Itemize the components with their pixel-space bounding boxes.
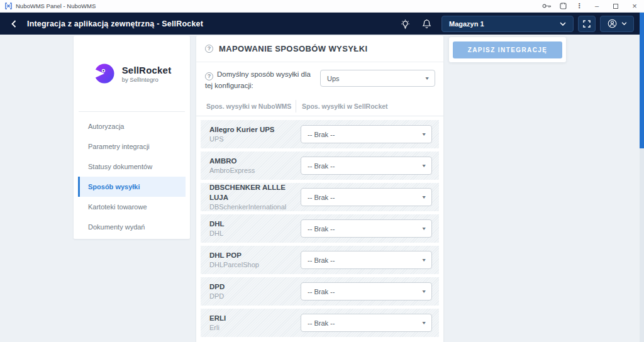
logo-text: SellRocket by SellIntegro — [122, 65, 172, 83]
caret-down-icon: ▾ — [422, 320, 425, 326]
fullscreen-button[interactable] — [578, 16, 596, 32]
account-menu-button[interactable] — [600, 16, 634, 32]
window-title: NuboWMS Panel - NuboWMS — [16, 3, 96, 9]
caret-down-icon: ▾ — [422, 194, 425, 200]
chevron-down-icon — [560, 22, 566, 26]
shipping-row: Allegro Kurier UPS UPS -- Brak -- ▾ — [201, 120, 439, 148]
select-value: -- Brak -- — [308, 319, 335, 327]
app-header: Integracja z aplikacją zewnętrzną - Sell… — [0, 13, 644, 35]
sidebar-item-autoryzacja[interactable]: Autoryzacja — [78, 116, 186, 136]
row-name: ERLI — [209, 313, 226, 323]
row-code: UPS — [209, 135, 275, 144]
scrollbar-thumb[interactable] — [640, 13, 644, 148]
sidebar-menu: Autoryzacja Parametry integracji Statusy… — [74, 112, 190, 237]
select-value: -- Brak -- — [308, 256, 335, 264]
logo-byline: by SellIntegro — [122, 76, 172, 83]
row-name: DBSCHENKER ALLLE LUJA — [209, 182, 301, 202]
caret-down-icon: ▾ — [422, 226, 425, 231]
page-scrollbar[interactable] — [640, 13, 644, 342]
sidebar-item-sposob-wysylki[interactable]: Sposób wysyłki — [78, 177, 186, 197]
rocket-logo-icon — [92, 62, 116, 86]
caret-down-icon: ▾ — [422, 163, 425, 168]
shipping-row: AMBRO AmbroExpress -- Brak -- ▾ — [201, 152, 439, 180]
app-window-icon[interactable] — [555, 0, 571, 12]
notifications-button[interactable] — [420, 18, 433, 30]
maximize-icon — [613, 4, 618, 9]
browser-menu-button[interactable]: ⋮ — [571, 0, 587, 12]
shipping-row: ERLI Erli -- Brak -- ▾ — [201, 309, 439, 337]
warehouse-select[interactable]: Magazyn 1 — [441, 16, 574, 32]
integration-sidebar: SellRocket by SellIntegro Autoryzacja Pa… — [74, 36, 190, 239]
caret-down-icon: ▾ — [422, 131, 425, 137]
lightbulb-icon — [401, 19, 410, 29]
help-icon[interactable]: ? — [205, 45, 213, 53]
sidebar-item-parametry-integracji[interactable]: Parametry integracji — [78, 136, 186, 157]
sellrocket-logo: SellRocket by SellIntegro — [74, 36, 190, 111]
row-mapping-select[interactable]: -- Brak -- ▾ — [301, 314, 432, 332]
row-code: DHL — [209, 229, 225, 238]
section-title: MAPOWANIE SPOSOBÓW WYSYŁKI — [219, 44, 367, 53]
select-value: -- Brak -- — [308, 288, 335, 295]
shipping-row: DPD DPD -- Brak -- ▾ — [201, 277, 439, 306]
page-title: Integracja z aplikacją zewnętrzną - Sell… — [27, 19, 203, 28]
row-labels: DHL DHL — [209, 219, 225, 238]
bell-icon — [422, 19, 431, 29]
app-icon — [5, 3, 12, 9]
row-labels: DHL POP DHLParcelShop — [209, 250, 259, 270]
save-integration-button[interactable]: ZAPISZ INTEGRACJĘ — [453, 41, 562, 58]
row-mapping-select[interactable]: -- Brak -- ▾ — [301, 157, 432, 175]
maximize-button[interactable] — [606, 0, 625, 12]
row-code: Erli — [209, 323, 226, 333]
row-name: DHL — [209, 219, 225, 229]
row-labels: DBSCHENKER ALLLE LUJA DBSchenkerInternat… — [209, 182, 301, 212]
mapping-column-headers: Spos. wysyłki w NuboWMS Spos. wysyłki w … — [201, 98, 439, 114]
row-mapping-select[interactable]: -- Brak -- ▾ — [301, 188, 432, 206]
window-titlebar: NuboWMS Panel - NuboWMS ⋮ – × — [0, 0, 644, 13]
column-header-sellrocket: Spos. wysyłki w SellRocket — [296, 102, 388, 110]
save-panel: ZAPISZ INTEGRACJĘ — [449, 37, 566, 62]
sidebar-item-dokumenty-wydan[interactable]: Dokumenty wydań — [78, 217, 186, 237]
mapping-rows: Allegro Kurier UPS UPS -- Brak -- ▾ AMBR… — [196, 116, 443, 337]
default-shipping-select[interactable]: Ups ▾ — [320, 70, 435, 87]
fullscreen-icon — [583, 20, 591, 28]
row-code: DPD — [209, 292, 225, 301]
select-value: Ups — [327, 75, 340, 82]
warehouse-value: Magazyn 1 — [449, 20, 484, 28]
sidebar-item-statusy-dokumentow[interactable]: Statusy dokumentów — [78, 157, 186, 177]
default-shipping-label-text: Domyślny sposób wysyłki dla tej konfigur… — [205, 70, 311, 89]
row-mapping-select[interactable]: -- Brak -- ▾ — [301, 125, 432, 143]
row-code: DBSchenkerInternational — [209, 202, 301, 212]
passkey-icon[interactable] — [538, 0, 555, 12]
minimize-button[interactable]: – — [587, 0, 606, 12]
row-code: DHLParcelShop — [209, 260, 259, 270]
row-mapping-select[interactable]: -- Brak -- ▾ — [301, 251, 432, 269]
window-title-group: NuboWMS Panel - NuboWMS — [0, 3, 96, 9]
shipping-row: DHL POP DHLParcelShop -- Brak -- ▾ — [201, 246, 439, 274]
window-controls: ⋮ – × — [538, 0, 644, 12]
shipping-row: DHL DHL -- Brak -- ▾ — [201, 214, 439, 243]
caret-down-icon: ▾ — [422, 257, 425, 263]
caret-down-icon: ▾ — [425, 75, 428, 81]
chevron-down-icon — [621, 22, 627, 25]
tips-button[interactable] — [399, 18, 411, 30]
row-name: DPD — [209, 282, 225, 292]
help-icon[interactable]: ? — [205, 72, 213, 80]
mapping-panel: ? MAPOWANIE SPOSOBÓW WYSYŁKI ?Domyślny s… — [196, 36, 443, 342]
user-icon — [608, 19, 617, 28]
row-labels: DPD DPD — [209, 282, 225, 301]
select-value: -- Brak -- — [308, 131, 335, 138]
chevron-left-icon — [11, 20, 16, 28]
close-button[interactable]: × — [625, 0, 644, 12]
row-mapping-select[interactable]: -- Brak -- ▾ — [301, 282, 432, 301]
back-button[interactable] — [11, 20, 16, 28]
sidebar-item-kartoteki-towarowe[interactable]: Kartoteki towarowe — [78, 197, 186, 217]
default-shipping-label: ?Domyślny sposób wysyłki dla tej konfigu… — [205, 69, 316, 91]
row-name: DHL POP — [209, 250, 259, 260]
select-value: -- Brak -- — [308, 225, 335, 233]
row-mapping-select[interactable]: -- Brak -- ▾ — [301, 219, 432, 238]
caret-down-icon: ▾ — [422, 289, 425, 294]
row-labels: ERLI Erli — [209, 313, 226, 333]
logo-title: SellRocket — [122, 65, 172, 75]
select-value: -- Brak -- — [308, 162, 335, 170]
row-labels: Allegro Kurier UPS UPS — [209, 124, 275, 144]
